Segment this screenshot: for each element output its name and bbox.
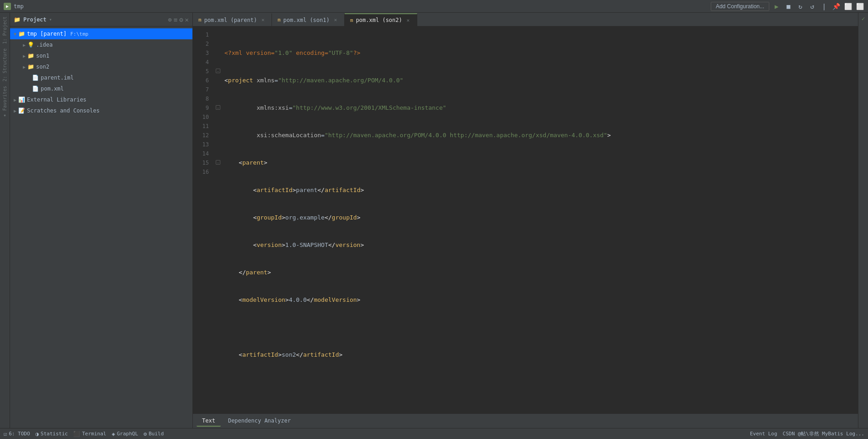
tab-pom-son2[interactable]: m pom.xml (son2) ✕ <box>345 13 417 26</box>
tree-path: F:\tmp <box>70 31 89 37</box>
chevron-right-icon: ▶ <box>23 43 26 48</box>
update-button[interactable]: ↺ <box>808 2 817 11</box>
line-num-9: 9 <box>193 103 209 112</box>
gutter-1 <box>213 30 223 39</box>
gutter-11 <box>213 122 223 131</box>
gutter-14 <box>213 149 223 158</box>
tab-label-parent: pom.xml (parent) <box>204 17 257 23</box>
code-editor[interactable]: <?xml version="1.0" encoding="UTF-8"?> <… <box>223 27 858 413</box>
project-dropdown-icon[interactable]: ▾ <box>49 17 52 22</box>
maximize-button[interactable]: ⬜ <box>855 2 864 11</box>
line-num-14: 14 <box>193 149 209 158</box>
main-area: 1: Project 2: Structure ★ Favorites 📁 Pr… <box>0 13 868 428</box>
gutter-2 <box>213 39 223 48</box>
event-log-label: Event Log <box>750 431 777 437</box>
status-terminal[interactable]: ⬛ Terminal <box>73 431 106 437</box>
tree-item-tmp-parent[interactable]: ▼ 📁 tmp [parent] F:\tmp <box>10 28 192 39</box>
tab-pom-parent[interactable]: m pom.xml (parent) ✕ <box>193 13 272 26</box>
code-line-13 <box>224 378 858 387</box>
fold-marker-5[interactable]: - <box>216 69 220 73</box>
stop-button[interactable]: ■ <box>784 2 793 11</box>
editor-bottom-tabs: Text Dependency Analyzer <box>193 413 858 428</box>
add-configuration-button[interactable]: Add Configuration... <box>711 2 769 11</box>
project-title: Project <box>23 16 47 23</box>
code-line-4: xsi:schemaLocation="http://maven.apache.… <box>224 131 858 140</box>
tree-item-parent-iml[interactable]: 📄 parent.iml <box>10 72 192 83</box>
status-todo[interactable]: ☑ 6: TODO <box>4 431 30 437</box>
line-num-6: 6 <box>193 76 209 85</box>
tab-close-parent[interactable]: ✕ <box>260 17 266 23</box>
build-label: Build <box>149 431 164 437</box>
fold-marker-15[interactable]: - <box>216 160 220 165</box>
code-line-9: </parent> <box>224 268 858 277</box>
line-num-1: 1 <box>193 30 209 39</box>
status-build[interactable]: ⚙ Build <box>144 431 164 437</box>
tab-label-son2: pom.xml (son2) <box>356 17 402 23</box>
tree-item-idea[interactable]: ▶ 💡 .idea <box>10 39 192 50</box>
tree-item-son1[interactable]: ▶ 📁 son1 <box>10 50 192 61</box>
left-strip-favorites[interactable]: ★ Favorites <box>1 84 8 120</box>
tab-label-son1: pom.xml (son1) <box>283 17 330 23</box>
build-icon: ⚙ <box>144 431 147 437</box>
gutter-12 <box>213 131 223 140</box>
scratches-icon: 📝 <box>18 107 25 114</box>
project-panel: 📁 Project ▾ ⊕ ≡ ⚙ ✕ ▼ 📁 tmp [parent] F:\… <box>10 13 193 428</box>
fold-marker-9[interactable]: - <box>216 105 220 110</box>
right-strip-item[interactable]: ✓ <box>859 15 868 23</box>
tab-pom-son1[interactable]: m pom.xml (son1) ✕ <box>272 13 345 26</box>
status-right-info[interactable]: CSDN @帖\非然 MyBatis Log... <box>783 430 864 437</box>
todo-icon: ☑ <box>4 431 7 437</box>
settings-icon[interactable]: ⚙ <box>179 16 183 23</box>
folder-icon: 📁 <box>27 64 34 70</box>
chevron-right-icon: ▶ <box>23 54 26 59</box>
graphql-icon: ◈ <box>112 431 115 437</box>
chevron-right-icon: ▶ <box>14 97 16 102</box>
line-num-15: 15 <box>193 158 209 167</box>
gutter-5-fold[interactable]: - <box>213 67 223 76</box>
status-right: Event Log CSDN @帖\非然 MyBatis Log... <box>750 430 864 437</box>
left-strip-structure[interactable]: 2: Structure <box>1 47 8 83</box>
tab-text[interactable]: Text <box>197 416 221 427</box>
tree-item-son2[interactable]: ▶ 📁 son2 <box>10 61 192 72</box>
tree-label-external-libs: External Libraries <box>27 96 86 103</box>
status-event-log[interactable]: Event Log <box>750 431 777 437</box>
toolbar-separator: | <box>820 2 829 11</box>
project-header: 📁 Project ▾ ⊕ ≡ ⚙ ✕ <box>10 13 192 27</box>
code-line-10: <modelVersion>4.0.0</modelVersion> <box>224 295 858 305</box>
tab-close-son2[interactable]: ✕ <box>405 17 411 23</box>
xml-icon: 📄 <box>32 86 39 92</box>
rerun-button[interactable]: ↻ <box>796 2 805 11</box>
tree-item-pom-xml[interactable]: 📄 pom.xml <box>10 83 192 94</box>
add-icon[interactable]: ⊕ <box>168 16 171 23</box>
tree-item-scratches[interactable]: ▶ 📝 Scratches and Consoles <box>10 105 192 116</box>
tab-close-son1[interactable]: ✕ <box>332 17 339 23</box>
line-num-4: 4 <box>193 58 209 67</box>
code-line-14 <box>224 405 858 413</box>
restore-button[interactable]: ⬜ <box>843 2 852 11</box>
line-num-13: 13 <box>193 140 209 149</box>
tree-label-pom-xml: pom.xml <box>41 86 64 92</box>
tree-item-external-libs[interactable]: ▶ 📊 External Libraries <box>10 94 192 105</box>
code-line-3: xmlns:xsi="http://www.w3.org/2001/XMLSch… <box>224 103 858 112</box>
gutter-15-fold[interactable]: - <box>213 158 223 167</box>
project-header-actions: ⊕ ≡ ⚙ ✕ <box>168 16 189 23</box>
gutter-9-fold[interactable]: - <box>213 103 223 112</box>
line-num-7: 7 <box>193 85 209 94</box>
collapse-icon[interactable]: ≡ <box>174 16 177 23</box>
status-statistic[interactable]: ◑ Statistic <box>36 431 68 437</box>
line-num-3: 3 <box>193 48 209 58</box>
pin-button[interactable]: 📌 <box>831 2 841 11</box>
status-graphql[interactable]: ◈ GraphQL <box>112 431 138 437</box>
terminal-icon: ⬛ <box>73 431 80 437</box>
code-line-6: <artifactId>parent</artifactId> <box>224 186 858 195</box>
code-line-12: <artifactId>son2</artifactId> <box>224 350 858 359</box>
tree-label-son1: son1 <box>36 53 49 59</box>
chevron-right-icon: ▶ <box>14 108 16 113</box>
tab-dependency-analyzer[interactable]: Dependency Analyzer <box>223 416 296 427</box>
left-strip-project[interactable]: 1: Project <box>1 15 8 46</box>
line-num-16: 16 <box>193 167 209 177</box>
run-button[interactable]: ▶ <box>772 2 781 11</box>
close-panel-icon[interactable]: ✕ <box>185 16 189 23</box>
libs-icon: 📊 <box>18 96 25 103</box>
gutter-16 <box>213 167 223 177</box>
